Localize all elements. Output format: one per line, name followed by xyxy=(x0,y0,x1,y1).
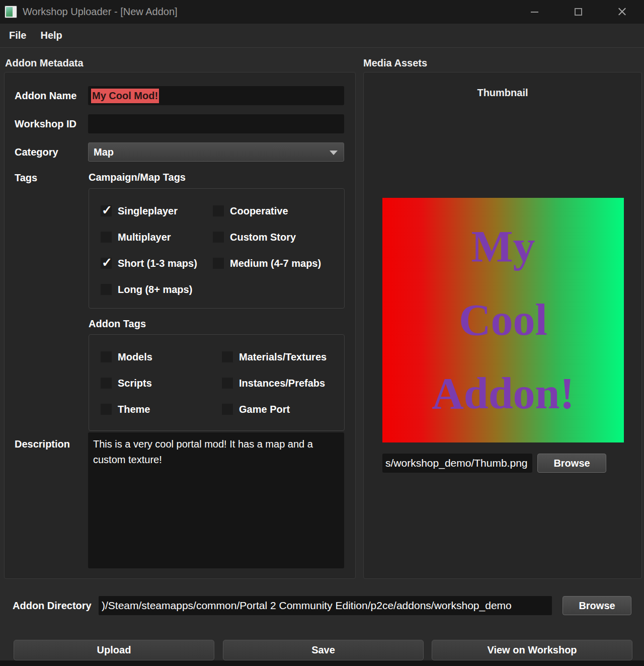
addon-tag-item[interactable]: Models xyxy=(100,351,221,363)
addon-name-selected-text: My Cool Mod! xyxy=(91,89,159,103)
campaign-tag-item[interactable]: Medium (4-7 maps) xyxy=(212,257,344,269)
checkbox-label: Materials/Textures xyxy=(239,351,327,363)
checkbox-label: Custom Story xyxy=(230,232,296,243)
window-title: Workshop Uploader - [New Addon] xyxy=(23,6,178,18)
checkbox-label: Instances/Prefabs xyxy=(239,378,325,389)
minimize-button[interactable] xyxy=(513,0,556,24)
addon-tags-title: Addon Tags xyxy=(89,318,146,330)
addon-directory-input[interactable]: )/Steam/steamapps/common/Portal 2 Commun… xyxy=(99,596,552,615)
checkbox-label: Game Port xyxy=(239,404,290,415)
description-textarea[interactable]: This is a very cool portal mod! It has a… xyxy=(88,432,344,568)
campaign-tag-item[interactable]: Custom Story xyxy=(212,231,344,243)
checkbox[interactable] xyxy=(100,283,112,295)
maximize-icon xyxy=(575,8,582,16)
titlebar: Workshop Uploader - [New Addon] xyxy=(0,0,644,24)
campaign-tag-item[interactable]: Cooperative xyxy=(212,205,344,217)
checkbox-label: Cooperative xyxy=(230,205,288,217)
addon-tag-item[interactable]: Materials/Textures xyxy=(221,351,344,363)
addon-directory-browse-button[interactable]: Browse xyxy=(562,596,631,615)
checkbox-label: Scripts xyxy=(118,378,152,389)
checkbox[interactable] xyxy=(100,231,112,243)
close-icon xyxy=(618,8,626,16)
menu-file[interactable]: File xyxy=(2,24,33,47)
view-on-workshop-button[interactable]: View on Workshop xyxy=(432,640,632,660)
window-bottom-edge xyxy=(0,660,644,666)
checkbox-label: Long (8+ maps) xyxy=(118,284,192,295)
workshop-id-label: Workshop ID xyxy=(15,114,76,133)
checkbox-label: Multiplayer xyxy=(118,232,171,243)
menubar: File Help xyxy=(0,24,644,48)
addon-tag-item[interactable]: Instances/Prefabs xyxy=(221,377,344,389)
workshop-id-input[interactable] xyxy=(88,114,344,133)
campaign-tags-groupbox: Singleplayer Cooperative Multiplayer xyxy=(89,188,345,309)
description-label: Description xyxy=(15,438,70,450)
menu-help[interactable]: Help xyxy=(33,24,69,47)
category-value: Map xyxy=(94,146,114,158)
metadata-panel: Addon Name My Cool Mod! Workshop ID Cate… xyxy=(4,72,356,579)
campaign-tag-item[interactable]: Short (1-3 maps) xyxy=(100,257,212,269)
addon-tags-grid: Models Materials/Textures Scripts xyxy=(89,335,344,422)
addon-directory-label: Addon Directory xyxy=(13,596,92,615)
addon-name-label: Addon Name xyxy=(15,86,76,105)
addon-name-input[interactable]: My Cool Mod! xyxy=(88,86,344,105)
upload-button[interactable]: Upload xyxy=(14,640,214,660)
campaign-tag-item[interactable]: Long (8+ maps) xyxy=(100,283,212,295)
media-section-label: Media Assets xyxy=(363,57,427,69)
checkbox-label: Short (1-3 maps) xyxy=(118,258,197,269)
checkbox[interactable] xyxy=(100,351,112,363)
campaign-tags-grid: Singleplayer Cooperative Multiplayer xyxy=(89,189,344,303)
workshop-uploader-window: Workshop Uploader - [New Addon] File Hel… xyxy=(0,0,644,666)
checkbox-label: Medium (4-7 maps) xyxy=(230,258,321,269)
checkbox-label: Models xyxy=(118,351,152,363)
app-icon-art xyxy=(6,7,13,17)
thumbnail-preview: My Cool Addon! xyxy=(382,198,624,442)
checkbox[interactable] xyxy=(212,205,224,217)
thumbnail-text-line: Cool xyxy=(459,283,547,357)
category-dropdown[interactable]: Map xyxy=(88,142,344,162)
checkbox[interactable] xyxy=(221,403,233,415)
thumbnail-path-input[interactable]: s/workshop_demo/Thumb.png xyxy=(382,454,532,473)
campaign-tags-title: Campaign/Map Tags xyxy=(89,172,186,183)
addon-tag-item[interactable]: Scripts xyxy=(100,377,221,389)
minimize-icon xyxy=(531,12,538,13)
close-button[interactable] xyxy=(600,0,644,24)
checkbox-label: Singleplayer xyxy=(118,205,178,217)
checkbox-label: Theme xyxy=(118,404,150,415)
checkbox[interactable] xyxy=(212,257,224,269)
thumbnail-text-line: My xyxy=(471,210,535,283)
campaign-tag-item[interactable]: Singleplayer xyxy=(100,205,212,217)
window-controls xyxy=(513,0,644,24)
tags-label: Tags xyxy=(15,168,37,187)
checkbox[interactable] xyxy=(212,231,224,243)
maximize-button[interactable] xyxy=(556,0,600,24)
metadata-section-label: Addon Metadata xyxy=(5,57,84,69)
thumbnail-browse-button[interactable]: Browse xyxy=(537,454,606,473)
checkbox[interactable] xyxy=(221,351,233,363)
thumbnail-label: Thumbnail xyxy=(364,87,641,99)
category-label: Category xyxy=(15,142,58,162)
checkbox[interactable] xyxy=(100,403,112,415)
save-button[interactable]: Save xyxy=(223,640,424,660)
app-icon xyxy=(5,6,17,18)
addon-tag-item[interactable]: Theme xyxy=(100,403,221,415)
checkbox[interactable] xyxy=(100,205,112,217)
addon-directory-value: )/Steam/steamapps/common/Portal 2 Commun… xyxy=(102,600,512,612)
thumbnail-path-value: s/workshop_demo/Thumb.png xyxy=(385,457,528,469)
campaign-tag-item[interactable]: Multiplayer xyxy=(100,231,212,243)
thumbnail-text-line: Addon! xyxy=(432,357,575,430)
media-panel: Thumbnail My Cool Addon! s/workshop_demo… xyxy=(363,72,642,579)
checkbox[interactable] xyxy=(221,377,233,389)
addon-tags-groupbox: Models Materials/Textures Scripts xyxy=(89,334,345,431)
checkbox[interactable] xyxy=(100,377,112,389)
addon-tag-item[interactable]: Game Port xyxy=(221,403,344,415)
chevron-down-icon xyxy=(330,151,338,155)
checkbox[interactable] xyxy=(100,257,112,269)
